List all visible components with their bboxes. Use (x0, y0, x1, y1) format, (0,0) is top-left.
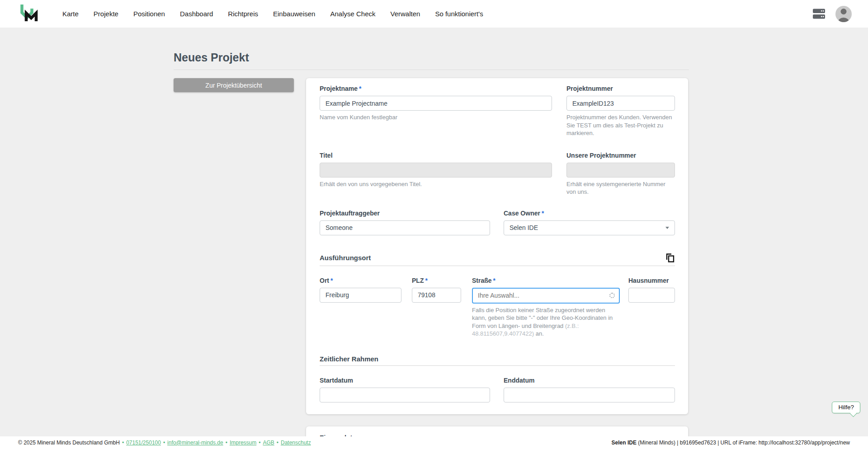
nav-item-richtpreis[interactable]: Richtpreis (228, 10, 258, 18)
required-asterisk: * (493, 277, 495, 284)
avatar-head-icon (841, 9, 847, 14)
footer-separator: • (277, 440, 278, 446)
hausnummer-input[interactable] (628, 288, 675, 303)
projektname-input[interactable] (320, 96, 552, 111)
footer: © 2025 Mineral Minds Deutschland GmbH • … (0, 436, 868, 449)
footer-email-link[interactable]: info@mineral-minds.de (167, 440, 223, 446)
projektname-helper: Name vom Kunden festlegbar (320, 113, 552, 122)
firmendaten-card: Firmendaten (306, 426, 688, 436)
enddatum-input[interactable] (504, 388, 675, 402)
required-asterisk: * (330, 277, 333, 284)
ausfuehrungsort-divider (320, 266, 675, 266)
zeitlicher-rahmen-divider (320, 365, 675, 366)
footer-separator: • (259, 440, 260, 446)
projektauftraggeber-label: Projektauftraggeber (320, 210, 490, 217)
required-asterisk: * (425, 277, 427, 284)
ort-label: Ort* (320, 277, 401, 284)
mineral-minds-logo[interactable] (20, 3, 38, 24)
nav-item-so-funktionierts[interactable]: So funktioniert's (435, 10, 483, 18)
footer-impressum-link[interactable]: Impressum (230, 440, 256, 446)
nav-item-projekte[interactable]: Projekte (94, 10, 118, 18)
projektnummer-input[interactable] (566, 96, 675, 111)
footer-agb-link[interactable]: AGB (263, 440, 274, 446)
logo-icon (20, 3, 38, 24)
ausfuehrungsort-section-title: Ausführungsort (320, 254, 371, 262)
enddatum-label: Enddatum (504, 377, 675, 384)
strasse-helper: Falls die Position keiner Straße zugeord… (472, 306, 620, 338)
footer-separator: • (226, 440, 227, 446)
loading-spinner-icon (609, 293, 615, 298)
nav-item-analyse-check[interactable]: Analyse Check (330, 10, 375, 18)
ort-input[interactable] (320, 288, 401, 303)
nav-item-dashboard[interactable]: Dashboard (180, 10, 213, 18)
footer-separator: • (122, 440, 124, 446)
titel-helper: Erhält den von uns vorgegebenen Titel. (320, 180, 552, 188)
nav-item-verwalten[interactable]: Verwalten (391, 10, 420, 18)
startdatum-label: Startdatum (320, 377, 490, 384)
titel-label: Titel (320, 152, 552, 159)
case-owner-selected-value: Selen IDE (509, 224, 538, 231)
startdatum-input[interactable] (320, 388, 490, 402)
avatar-shoulders-icon (838, 18, 849, 22)
top-nav: Karte Projekte Positionen Dashboard Rich… (0, 0, 868, 28)
back-to-project-overview-button[interactable]: Zur Projektübersicht (174, 78, 294, 92)
case-owner-label: Case Owner* (504, 210, 675, 217)
chevron-down-icon (665, 227, 669, 229)
server-icon[interactable] (812, 8, 826, 20)
main-content: Neues Projekt Zur Projektübersicht Proje… (0, 28, 868, 436)
footer-session-info: Selen IDE (Mineral Minds) | b91695ed7623… (612, 440, 850, 446)
projektnummer-helper: Projektnummer des Kunden. Verwenden Sie … (566, 113, 675, 137)
unsere-projektnummer-helper: Erhält eine systemgenerierte Nummer von … (566, 180, 675, 196)
required-asterisk: * (542, 210, 544, 217)
hausnummer-label: Hausnummer (628, 277, 675, 284)
projektauftraggeber-input[interactable] (320, 220, 490, 235)
unsere-projektnummer-label: Unsere Projektnummer (566, 152, 675, 159)
page-title: Neues Projekt (174, 51, 689, 64)
strasse-label: Straße* (472, 277, 620, 284)
help-button[interactable]: Hilfe? (832, 402, 860, 413)
project-form-card: Projektname* Name vom Kunden festlegbar … (306, 78, 688, 414)
zeitlicher-rahmen-section-title: Zeitlicher Rahmen (320, 355, 378, 363)
titel-input (320, 163, 552, 178)
strasse-input[interactable] (472, 288, 620, 304)
nav-item-karte[interactable]: Karte (62, 10, 79, 18)
footer-separator: • (163, 440, 165, 446)
user-avatar[interactable] (835, 6, 852, 22)
case-owner-select[interactable]: Selen IDE (504, 220, 675, 235)
projektnummer-label: Projektnummer (566, 85, 675, 92)
plz-label: PLZ* (412, 277, 461, 284)
footer-phone-link[interactable]: 07151/250100 (126, 440, 161, 446)
projektname-label: Projektname* (320, 85, 552, 92)
unsere-projektnummer-input (566, 163, 675, 178)
plz-input[interactable] (412, 288, 461, 303)
copy-icon[interactable] (665, 253, 675, 263)
nav-item-einbauweisen[interactable]: Einbauweisen (273, 10, 315, 18)
title-divider (174, 70, 689, 70)
nav-menu: Karte Projekte Positionen Dashboard Rich… (62, 10, 483, 18)
footer-datenschutz-link[interactable]: Datenschutz (281, 440, 311, 446)
nav-right-actions (812, 6, 852, 22)
help-button-label: Hilfe? (838, 404, 854, 411)
footer-copyright: © 2025 Mineral Minds Deutschland GmbH (18, 440, 120, 446)
required-asterisk: * (359, 85, 361, 92)
nav-item-positionen[interactable]: Positionen (133, 10, 165, 18)
